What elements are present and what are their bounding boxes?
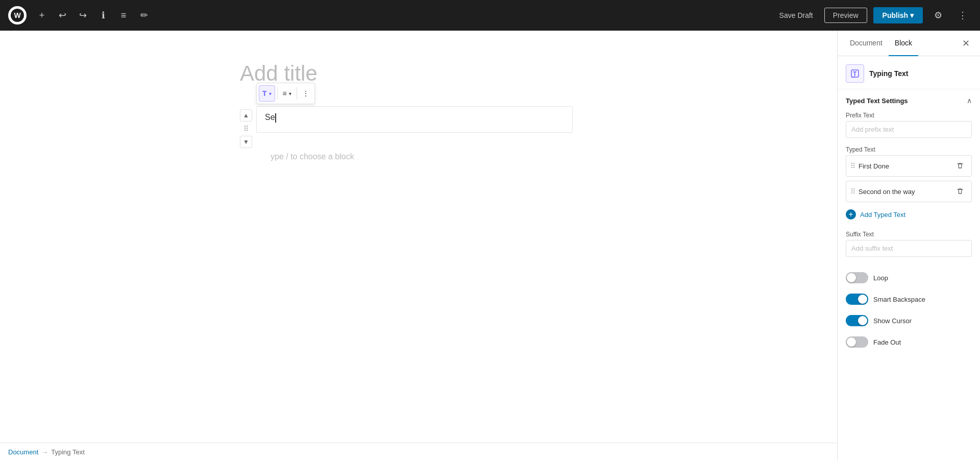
panel-content: T Typing Text Typed Text Settings ∧ Pref…: [838, 56, 980, 461]
move-up-button[interactable]: ▲: [240, 109, 252, 122]
info-button[interactable]: ℹ: [94, 6, 112, 25]
toolbar-separator-1: [277, 87, 278, 100]
more-icon: ⋮: [958, 10, 967, 21]
text-block[interactable]: Se: [256, 106, 573, 133]
block-name-header: T Typing Text: [838, 56, 980, 89]
suffix-section: Suffix Text: [838, 229, 980, 267]
settings-button[interactable]: ⚙: [929, 6, 947, 25]
breadcrumb-current: Typing Text: [51, 448, 85, 456]
typed-text-value-1: Second on the way: [859, 188, 950, 196]
more-block-options-button[interactable]: ⋮: [299, 85, 312, 102]
block-type-icon: T: [846, 64, 864, 83]
settings-icon: ⚙: [934, 10, 942, 21]
title-placeholder[interactable]: Add title: [240, 61, 597, 86]
preview-button[interactable]: Preview: [824, 8, 867, 23]
block-type-arrow: ▾: [269, 91, 272, 96]
drag-handle[interactable]: ⠿: [240, 123, 252, 135]
add-typed-text-button[interactable]: + Add Typed Text: [838, 206, 980, 223]
redo-icon: ↪: [79, 10, 87, 21]
typed-text-settings-header[interactable]: Typed Text Settings ∧: [838, 89, 980, 110]
trash-icon-0: [956, 162, 964, 170]
top-toolbar: W + ↩ ↪ ℹ ≡ ✏ Save Draft Preview Publish…: [0, 0, 980, 31]
list-icon: ≡: [121, 10, 127, 21]
drag-handle-icon-1[interactable]: ⠿: [850, 187, 855, 196]
ghost-block-text: ype / to choose a block: [271, 152, 354, 161]
breadcrumb-bar: Document → Typing Text: [0, 443, 837, 461]
toggle-track-show-cursor: [846, 315, 868, 326]
delete-typed-text-1-button[interactable]: [953, 184, 967, 199]
typed-text-label: Typed Text: [838, 144, 980, 155]
toggle-label-loop: Loop: [873, 274, 888, 282]
alignment-button[interactable]: ≡ ▾: [280, 85, 295, 102]
wp-logo[interactable]: W: [8, 6, 27, 25]
toggle-show-cursor[interactable]: [846, 315, 868, 326]
add-block-button[interactable]: +: [33, 6, 51, 25]
more-options-button[interactable]: ⋮: [953, 6, 972, 25]
pencil-icon: ✏: [140, 10, 148, 21]
editor-content: Add title ▲ ⠿ ▼ T ▾: [219, 61, 618, 161]
block-side-controls: ▲ ⠿ ▼: [240, 106, 252, 148]
toggle-label-show-cursor: Show Cursor: [873, 317, 912, 325]
toggle-track-loop: [846, 272, 868, 283]
toggle-knob-fade-out: [847, 337, 856, 347]
toggle-row-show-cursor: Show Cursor: [838, 310, 980, 331]
add-icon: +: [39, 10, 45, 21]
block-container: ▲ ⠿ ▼ T ▾ ≡ ▾: [240, 106, 597, 148]
undo-icon: ↩: [59, 10, 66, 21]
undo-button[interactable]: ↩: [53, 6, 71, 25]
wp-logo-inner: W: [11, 9, 24, 22]
block-toolbar: T ▾ ≡ ▾ ⋮: [256, 83, 315, 104]
publish-button[interactable]: Publish ▾: [873, 7, 923, 23]
toggle-row-smart-backspace: Smart Backspace: [838, 288, 980, 310]
align-icon: ≡: [283, 89, 287, 98]
toggle-track-fade-out: [846, 336, 868, 348]
typed-text-list: ⠿ First Done ⠿ Second on the way: [838, 155, 980, 202]
typed-text-item-1: ⠿ Second on the way: [846, 181, 972, 202]
move-down-button[interactable]: ▼: [240, 136, 252, 148]
more-block-icon: ⋮: [302, 89, 309, 98]
svg-text:T: T: [853, 70, 857, 78]
block-text: Se: [265, 113, 275, 122]
tab-block[interactable]: Block: [889, 31, 918, 56]
block-type-icon: T: [262, 89, 267, 98]
toggle-loop[interactable]: [846, 272, 868, 283]
drag-handle-icon-0[interactable]: ⠿: [850, 162, 855, 170]
right-panel: Document Block ✕ T Typing Text Typed Tex…: [837, 31, 980, 461]
tab-document[interactable]: Document: [844, 31, 889, 56]
breadcrumb-separator: →: [41, 448, 48, 456]
editor-area[interactable]: Add title ▲ ⠿ ▼ T ▾: [0, 31, 837, 461]
add-typed-text-icon: +: [846, 209, 856, 220]
panel-tabs: Document Block ✕: [838, 31, 980, 56]
toolbar-icons: + ↩ ↪ ℹ ≡ ✏: [33, 6, 153, 25]
suffix-text-input[interactable]: [846, 240, 972, 257]
block-wrapper: T ▾ ≡ ▾ ⋮: [256, 106, 597, 133]
block-type-button[interactable]: T ▾: [259, 85, 275, 102]
typed-text-item-0: ⠿ First Done: [846, 155, 972, 177]
toggle-track-smart-backspace: [846, 294, 868, 305]
toggle-fade-out[interactable]: [846, 336, 868, 348]
block-name-label: Typing Text: [869, 69, 908, 78]
save-draft-button[interactable]: Save Draft: [774, 8, 818, 22]
toggle-row-fade-out: Fade Out: [838, 331, 980, 353]
info-icon: ℹ: [102, 10, 105, 21]
prefix-text-label: Prefix Text: [838, 110, 980, 121]
delete-typed-text-0-button[interactable]: [953, 159, 967, 173]
prefix-text-input[interactable]: [846, 121, 972, 138]
code-editor-button[interactable]: ✏: [135, 6, 153, 25]
align-arrow: ▾: [289, 91, 291, 96]
section-toggle-icon: ∧: [967, 96, 972, 105]
toolbar-right: Save Draft Preview Publish ▾ ⚙ ⋮: [774, 6, 972, 25]
toggle-smart-backspace[interactable]: [846, 294, 868, 305]
suffix-text-label: Suffix Text: [838, 229, 980, 240]
list-view-button[interactable]: ≡: [114, 6, 133, 25]
toggle-knob-show-cursor: [858, 316, 867, 325]
text-cursor: [275, 113, 276, 123]
main-layout: Add title ▲ ⠿ ▼ T ▾: [0, 31, 980, 461]
ghost-block-area: ype / to choose a block: [271, 152, 597, 161]
toggle-knob-smart-backspace: [858, 295, 867, 304]
trash-icon-1: [956, 187, 964, 196]
panel-close-button[interactable]: ✕: [958, 35, 974, 52]
breadcrumb-document-link[interactable]: Document: [8, 448, 38, 456]
redo-button[interactable]: ↪: [74, 6, 92, 25]
toolbar-separator-2: [297, 87, 297, 100]
